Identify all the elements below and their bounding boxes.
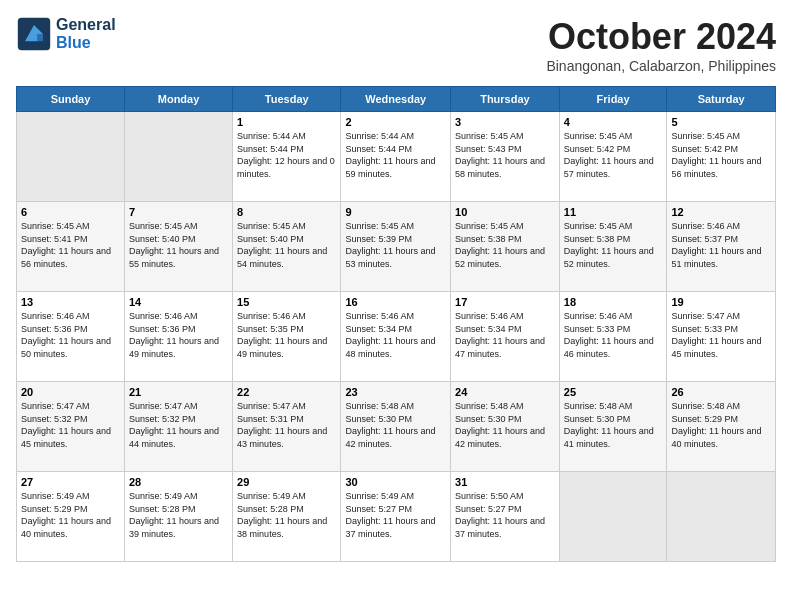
- cell-info: Sunrise: 5:46 AMSunset: 5:35 PMDaylight:…: [237, 310, 336, 360]
- day-number: 13: [21, 296, 120, 308]
- cell-info: Sunrise: 5:48 AMSunset: 5:30 PMDaylight:…: [564, 400, 663, 450]
- calendar-cell: 25Sunrise: 5:48 AMSunset: 5:30 PMDayligh…: [559, 382, 667, 472]
- calendar-cell: 17Sunrise: 5:46 AMSunset: 5:34 PMDayligh…: [451, 292, 560, 382]
- day-number: 16: [345, 296, 446, 308]
- day-number: 4: [564, 116, 663, 128]
- calendar-cell: 2Sunrise: 5:44 AMSunset: 5:44 PMDaylight…: [341, 112, 451, 202]
- calendar-cell: 31Sunrise: 5:50 AMSunset: 5:27 PMDayligh…: [451, 472, 560, 562]
- day-number: 10: [455, 206, 555, 218]
- cell-info: Sunrise: 5:45 AMSunset: 5:38 PMDaylight:…: [455, 220, 555, 270]
- calendar-cell: 4Sunrise: 5:45 AMSunset: 5:42 PMDaylight…: [559, 112, 667, 202]
- calendar-cell: 6Sunrise: 5:45 AMSunset: 5:41 PMDaylight…: [17, 202, 125, 292]
- cell-info: Sunrise: 5:46 AMSunset: 5:33 PMDaylight:…: [564, 310, 663, 360]
- calendar-cell: 1Sunrise: 5:44 AMSunset: 5:44 PMDaylight…: [233, 112, 341, 202]
- day-number: 14: [129, 296, 228, 308]
- day-number: 21: [129, 386, 228, 398]
- day-number: 7: [129, 206, 228, 218]
- day-number: 1: [237, 116, 336, 128]
- calendar-cell: 26Sunrise: 5:48 AMSunset: 5:29 PMDayligh…: [667, 382, 776, 472]
- cell-info: Sunrise: 5:47 AMSunset: 5:32 PMDaylight:…: [129, 400, 228, 450]
- calendar-cell: 7Sunrise: 5:45 AMSunset: 5:40 PMDaylight…: [124, 202, 232, 292]
- day-number: 28: [129, 476, 228, 488]
- week-row-1: 1Sunrise: 5:44 AMSunset: 5:44 PMDaylight…: [17, 112, 776, 202]
- logo-icon: [16, 16, 52, 52]
- week-row-5: 27Sunrise: 5:49 AMSunset: 5:29 PMDayligh…: [17, 472, 776, 562]
- cell-info: Sunrise: 5:49 AMSunset: 5:28 PMDaylight:…: [237, 490, 336, 540]
- calendar-cell: [559, 472, 667, 562]
- day-number: 24: [455, 386, 555, 398]
- cell-info: Sunrise: 5:45 AMSunset: 5:38 PMDaylight:…: [564, 220, 663, 270]
- cell-info: Sunrise: 5:47 AMSunset: 5:32 PMDaylight:…: [21, 400, 120, 450]
- calendar-cell: 24Sunrise: 5:48 AMSunset: 5:30 PMDayligh…: [451, 382, 560, 472]
- cell-info: Sunrise: 5:49 AMSunset: 5:28 PMDaylight:…: [129, 490, 228, 540]
- cell-info: Sunrise: 5:47 AMSunset: 5:33 PMDaylight:…: [671, 310, 771, 360]
- cell-info: Sunrise: 5:45 AMSunset: 5:42 PMDaylight:…: [564, 130, 663, 180]
- calendar-cell: 22Sunrise: 5:47 AMSunset: 5:31 PMDayligh…: [233, 382, 341, 472]
- cell-info: Sunrise: 5:45 AMSunset: 5:41 PMDaylight:…: [21, 220, 120, 270]
- calendar-cell: 8Sunrise: 5:45 AMSunset: 5:40 PMDaylight…: [233, 202, 341, 292]
- day-number: 2: [345, 116, 446, 128]
- cell-info: Sunrise: 5:50 AMSunset: 5:27 PMDaylight:…: [455, 490, 555, 540]
- cell-info: Sunrise: 5:45 AMSunset: 5:40 PMDaylight:…: [129, 220, 228, 270]
- weekday-header-row: SundayMondayTuesdayWednesdayThursdayFrid…: [17, 87, 776, 112]
- calendar-cell: 3Sunrise: 5:45 AMSunset: 5:43 PMDaylight…: [451, 112, 560, 202]
- cell-info: Sunrise: 5:46 AMSunset: 5:34 PMDaylight:…: [345, 310, 446, 360]
- day-number: 17: [455, 296, 555, 308]
- cell-info: Sunrise: 5:44 AMSunset: 5:44 PMDaylight:…: [345, 130, 446, 180]
- weekday-header-wednesday: Wednesday: [341, 87, 451, 112]
- weekday-header-saturday: Saturday: [667, 87, 776, 112]
- weekday-header-thursday: Thursday: [451, 87, 560, 112]
- calendar-cell: 11Sunrise: 5:45 AMSunset: 5:38 PMDayligh…: [559, 202, 667, 292]
- calendar-cell: [667, 472, 776, 562]
- calendar-cell: 27Sunrise: 5:49 AMSunset: 5:29 PMDayligh…: [17, 472, 125, 562]
- calendar-cell: 5Sunrise: 5:45 AMSunset: 5:42 PMDaylight…: [667, 112, 776, 202]
- weekday-header-sunday: Sunday: [17, 87, 125, 112]
- calendar-cell: 20Sunrise: 5:47 AMSunset: 5:32 PMDayligh…: [17, 382, 125, 472]
- day-number: 31: [455, 476, 555, 488]
- cell-info: Sunrise: 5:46 AMSunset: 5:36 PMDaylight:…: [21, 310, 120, 360]
- calendar-cell: 23Sunrise: 5:48 AMSunset: 5:30 PMDayligh…: [341, 382, 451, 472]
- day-number: 5: [671, 116, 771, 128]
- calendar-cell: 13Sunrise: 5:46 AMSunset: 5:36 PMDayligh…: [17, 292, 125, 382]
- calendar-cell: 15Sunrise: 5:46 AMSunset: 5:35 PMDayligh…: [233, 292, 341, 382]
- cell-info: Sunrise: 5:46 AMSunset: 5:37 PMDaylight:…: [671, 220, 771, 270]
- cell-info: Sunrise: 5:48 AMSunset: 5:30 PMDaylight:…: [455, 400, 555, 450]
- day-number: 27: [21, 476, 120, 488]
- cell-info: Sunrise: 5:45 AMSunset: 5:40 PMDaylight:…: [237, 220, 336, 270]
- logo: General Blue: [16, 16, 116, 52]
- day-number: 18: [564, 296, 663, 308]
- location-subtitle: Binangonan, Calabarzon, Philippines: [546, 58, 776, 74]
- logo-text: General Blue: [56, 16, 116, 52]
- day-number: 25: [564, 386, 663, 398]
- month-title: October 2024: [546, 16, 776, 58]
- calendar-cell: 9Sunrise: 5:45 AMSunset: 5:39 PMDaylight…: [341, 202, 451, 292]
- calendar-cell: 28Sunrise: 5:49 AMSunset: 5:28 PMDayligh…: [124, 472, 232, 562]
- day-number: 11: [564, 206, 663, 218]
- cell-info: Sunrise: 5:48 AMSunset: 5:30 PMDaylight:…: [345, 400, 446, 450]
- week-row-3: 13Sunrise: 5:46 AMSunset: 5:36 PMDayligh…: [17, 292, 776, 382]
- cell-info: Sunrise: 5:48 AMSunset: 5:29 PMDaylight:…: [671, 400, 771, 450]
- calendar-cell: 16Sunrise: 5:46 AMSunset: 5:34 PMDayligh…: [341, 292, 451, 382]
- day-number: 9: [345, 206, 446, 218]
- week-row-2: 6Sunrise: 5:45 AMSunset: 5:41 PMDaylight…: [17, 202, 776, 292]
- cell-info: Sunrise: 5:44 AMSunset: 5:44 PMDaylight:…: [237, 130, 336, 180]
- weekday-header-friday: Friday: [559, 87, 667, 112]
- cell-info: Sunrise: 5:49 AMSunset: 5:27 PMDaylight:…: [345, 490, 446, 540]
- day-number: 3: [455, 116, 555, 128]
- calendar-cell: 18Sunrise: 5:46 AMSunset: 5:33 PMDayligh…: [559, 292, 667, 382]
- calendar-cell: 10Sunrise: 5:45 AMSunset: 5:38 PMDayligh…: [451, 202, 560, 292]
- day-number: 6: [21, 206, 120, 218]
- cell-info: Sunrise: 5:49 AMSunset: 5:29 PMDaylight:…: [21, 490, 120, 540]
- calendar-cell: 14Sunrise: 5:46 AMSunset: 5:36 PMDayligh…: [124, 292, 232, 382]
- cell-info: Sunrise: 5:45 AMSunset: 5:43 PMDaylight:…: [455, 130, 555, 180]
- week-row-4: 20Sunrise: 5:47 AMSunset: 5:32 PMDayligh…: [17, 382, 776, 472]
- weekday-header-tuesday: Tuesday: [233, 87, 341, 112]
- cell-info: Sunrise: 5:46 AMSunset: 5:34 PMDaylight:…: [455, 310, 555, 360]
- day-number: 22: [237, 386, 336, 398]
- calendar-table: SundayMondayTuesdayWednesdayThursdayFrid…: [16, 86, 776, 562]
- day-number: 30: [345, 476, 446, 488]
- day-number: 19: [671, 296, 771, 308]
- cell-info: Sunrise: 5:47 AMSunset: 5:31 PMDaylight:…: [237, 400, 336, 450]
- calendar-cell: [17, 112, 125, 202]
- header: General Blue October 2024 Binangonan, Ca…: [16, 16, 776, 74]
